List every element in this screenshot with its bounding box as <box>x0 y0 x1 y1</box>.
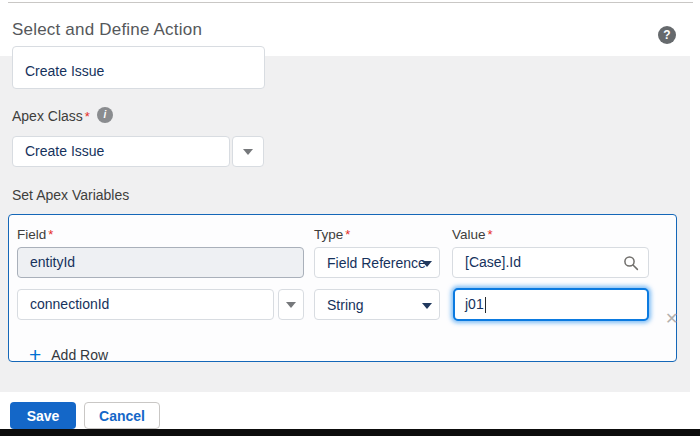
add-row-label: Add Row <box>51 347 108 363</box>
column-header-type: Type* <box>314 227 350 242</box>
field-input-entityid: entityId <box>17 247 304 278</box>
save-button[interactable]: Save <box>10 402 76 429</box>
field-input-connectionid[interactable]: connectionId <box>17 289 274 320</box>
chevron-down-icon <box>243 149 253 155</box>
cancel-button[interactable]: Cancel <box>84 402 160 429</box>
dialog-top-border <box>8 2 693 3</box>
help-icon[interactable]: ? <box>658 26 676 44</box>
window-bottom-edge <box>0 429 700 436</box>
chevron-down-icon <box>422 303 432 309</box>
value-input-row1[interactable]: [Case].Id <box>452 247 649 278</box>
apex-variables-panel: Field* Type* Value* entityId Field Refer… <box>8 214 677 362</box>
apex-class-input[interactable]: Create Issue <box>12 136 230 167</box>
info-icon[interactable]: i <box>97 107 113 123</box>
value-input-row2-focused[interactable]: j01 <box>453 288 649 321</box>
page-title: Select and Define Action <box>12 20 202 40</box>
dialog-footer: Save Cancel <box>0 392 700 430</box>
column-header-value: Value* <box>452 227 493 242</box>
required-asterisk: * <box>488 227 493 242</box>
remove-row-icon[interactable]: ✕ <box>665 311 678 327</box>
add-row-button[interactable]: + Add Row <box>29 346 108 364</box>
column-header-field: Field* <box>17 227 53 242</box>
text-cursor <box>485 297 486 313</box>
search-icon[interactable] <box>623 255 639 271</box>
chevron-down-icon <box>286 302 296 308</box>
action-name-input[interactable]: Create Issue <box>12 46 265 89</box>
set-apex-variables-label: Set Apex Variables <box>12 187 129 203</box>
plus-icon: + <box>29 346 41 364</box>
chevron-down-icon <box>422 261 432 267</box>
action-name-value: Create Issue <box>25 63 104 79</box>
required-asterisk: * <box>48 227 53 242</box>
field-dropdown-button-row2[interactable] <box>278 289 304 320</box>
apex-class-dropdown-button[interactable] <box>232 136 264 167</box>
required-asterisk: * <box>345 227 350 242</box>
select-define-action-dialog: Select and Define Action ? Create Issue … <box>0 0 700 436</box>
apex-class-label: Apex Class* <box>12 108 90 124</box>
dialog-scroll-area: Create Issue Apex Class* i Create Issue … <box>0 56 690 392</box>
required-asterisk: * <box>85 109 90 124</box>
type-select-row2[interactable]: String <box>314 289 440 320</box>
type-select-row1[interactable]: Field Reference <box>314 247 440 278</box>
